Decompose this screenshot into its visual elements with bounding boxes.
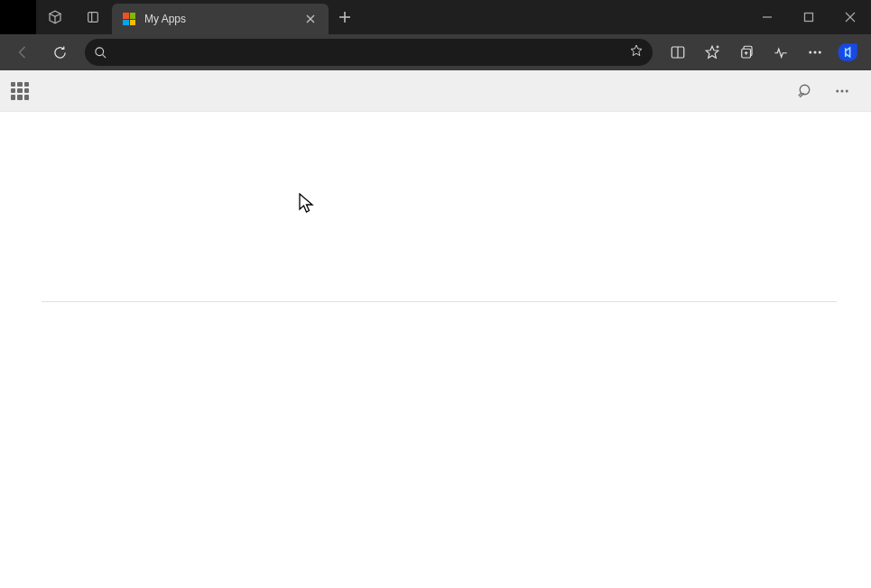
workspaces-button[interactable] (36, 0, 74, 34)
more-icon (834, 83, 850, 99)
svg-line-11 (102, 54, 106, 58)
window-controls (746, 0, 871, 34)
svg-point-20 (814, 51, 816, 53)
tab-actions-button[interactable] (74, 0, 112, 34)
new-tab-button[interactable] (329, 0, 361, 34)
star-icon (629, 43, 644, 58)
search-icon (94, 46, 107, 60)
app-toolbar (0, 70, 871, 112)
favorite-star-button[interactable] (629, 43, 644, 61)
svg-point-19 (810, 51, 811, 53)
page-more-button[interactable] (824, 75, 860, 107)
search-icon (798, 83, 814, 99)
address-bar[interactable] (85, 39, 653, 66)
svg-point-10 (96, 47, 104, 55)
close-window-button[interactable] (829, 0, 871, 34)
collections-button[interactable] (730, 38, 763, 67)
page-search-button[interactable] (788, 75, 824, 107)
split-screen-button[interactable] (662, 38, 694, 67)
refresh-button[interactable] (43, 38, 76, 67)
browser-tab[interactable]: My Apps (112, 4, 329, 34)
close-tab-button[interactable] (303, 12, 318, 26)
content-divider (42, 301, 837, 302)
svg-rect-0 (88, 13, 98, 23)
favorites-button[interactable] (696, 38, 728, 67)
microsoft-favicon-icon (123, 13, 135, 25)
svg-point-21 (820, 51, 821, 53)
browser-nav-row (0, 34, 871, 70)
svg-point-25 (837, 90, 839, 92)
browser-titlebar: My Apps (0, 0, 871, 34)
bing-chat-button[interactable] (833, 37, 864, 68)
settings-more-button[interactable] (799, 38, 831, 67)
svg-rect-7 (805, 14, 813, 22)
page-content (0, 112, 871, 588)
svg-point-26 (841, 90, 843, 92)
performance-button[interactable] (764, 38, 797, 67)
app-launcher-button[interactable] (11, 82, 29, 100)
minimize-button[interactable] (746, 0, 788, 34)
svg-point-22 (800, 85, 810, 95)
titlebar-edge-block (0, 0, 36, 34)
back-button[interactable] (7, 38, 40, 67)
svg-point-27 (847, 90, 848, 92)
tab-title: My Apps (144, 13, 186, 25)
maximize-button[interactable] (788, 0, 829, 34)
mouse-cursor-icon (299, 193, 315, 218)
